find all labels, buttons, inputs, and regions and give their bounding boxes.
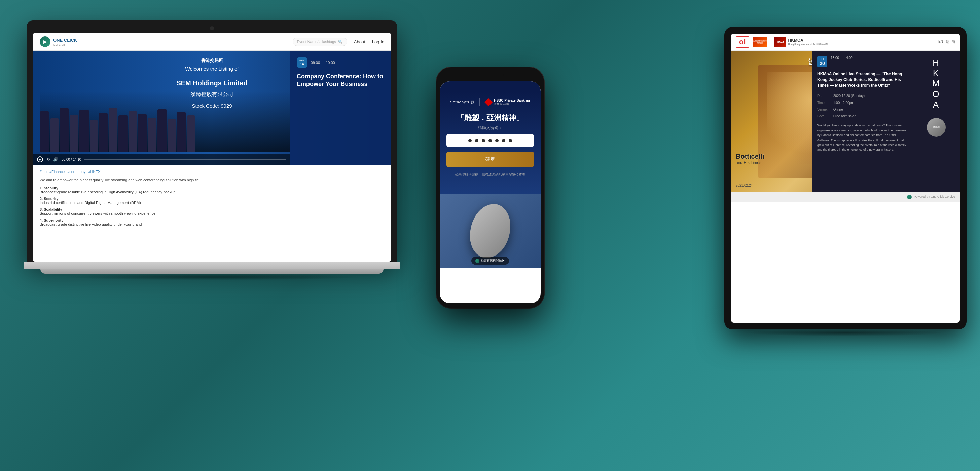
event-badge: FEB 14 09:00 — 10:00 — [297, 57, 384, 68]
lang-switcher: EN 繁 簡 — [938, 40, 955, 44]
search-icon: 🔍 — [338, 40, 343, 44]
artwork-en-text: Botticelli and His Times — [736, 153, 764, 165]
ccdc-logo: 文化及創意產業發展處 — [752, 37, 767, 47]
nav-right: Event Name/#Hashtags 🔍 About Log In — [293, 38, 384, 46]
phone: Sotheby's 蘇 HSBC Private Banking 匯豐 私人銀行… — [436, 67, 544, 308]
hkmoa-name: HKMOA — [788, 38, 828, 43]
phone-screen: Sotheby's 蘇 HSBC Private Banking 匯豐 私人銀行… — [440, 81, 541, 303]
tags: #ipo #Finance #ceremony #HKEX — [40, 170, 384, 174]
login-link[interactable]: Log In — [372, 39, 384, 44]
laptop-shadow — [60, 274, 363, 281]
phone-hero: Sotheby's 蘇 HSBC Private Banking 匯豐 私人銀行… — [440, 92, 541, 194]
tablet-sidebar: H K M O A 博物館 — [913, 51, 960, 192]
video-time: 00:00 / 14:10 — [62, 158, 81, 161]
rewind-icon[interactable]: ⟲ — [46, 157, 50, 162]
hero-company-en: SEM Holdings Limited — [176, 79, 247, 87]
livestream-button[interactable]: 拍賣直播已開始▶ — [471, 257, 509, 265]
about-link[interactable]: About — [354, 39, 365, 44]
tablet-logos: ol 文化及創意產業發展處 HKMoA HKMOA Hong Kong Muse… — [736, 36, 828, 48]
tag-ceremony[interactable]: #ceremony — [67, 170, 86, 174]
event-month: FEB — [299, 59, 305, 62]
feature-1: 1. Stability Broadcast-grade reliable li… — [40, 186, 384, 194]
laptop-base — [24, 262, 400, 269]
tag-ipo[interactable]: #ipo — [40, 170, 47, 174]
event-time: 09:00 — 10:00 — [311, 60, 335, 65]
tag-finance[interactable]: #Finance — [49, 170, 65, 174]
sculpture-shape — [470, 204, 511, 258]
phone-title: 「雕塑．亞洲精神」 — [446, 113, 534, 123]
date-badge: FEB 14 — [297, 57, 307, 68]
lang-en[interactable]: EN — [938, 40, 943, 44]
hero-stock-code: Stock Code: 9929 — [192, 103, 232, 109]
tablet-preview: Would you like to stay up to date with a… — [817, 123, 907, 152]
video-controls: ▶ ⟲ 🔊 00:00 / 14:10 — [33, 154, 290, 165]
laptop-navbar: ▶ ONE CLICK GO LIVE Event Name/#Hashtags… — [33, 33, 391, 51]
tablet-event-panel: DEC 20 13:00 — 14:00 HKMoA Online Live S… — [812, 51, 913, 192]
feature-3: 3. Scalability Support millions of concu… — [40, 208, 384, 216]
tablet-footer: Powered by One Click Go Live — [731, 192, 960, 202]
tablet-navbar: ol 文化及創意產業發展處 HKMoA HKMOA Hong Kong Muse… — [731, 33, 960, 51]
laptop-body: #ipo #Finance #ceremony #HKEX We aim to … — [33, 165, 391, 262]
play-button[interactable]: ▶ — [37, 156, 43, 162]
btn-play-icon — [476, 259, 479, 263]
phone-image: 拍賣直播已開始▶ — [440, 194, 541, 268]
hsbc-diamond-icon — [484, 98, 493, 106]
feature-4: 4. Superiority Broadcast-grade distincti… — [40, 218, 384, 226]
feature-2: 2. Security Industrial certifications an… — [40, 197, 384, 205]
artwork-date: 2021.02.24 — [736, 184, 752, 187]
tablet-shadow — [745, 330, 947, 336]
phone-footer: 拍賣直播已開始▶ — [440, 257, 541, 265]
hsbc-logo: HSBC Private Banking 匯豐 私人銀行 — [484, 98, 530, 106]
tablet: ol 文化及創意產業發展處 HKMoA HKMOA Hong Kong Muse… — [724, 27, 967, 336]
hkmoa-emblem: 博物館 — [927, 118, 946, 137]
sothebys-logo: Sotheby's 蘇 — [450, 100, 475, 105]
hero-exchange-cn: 香港交易所 — [201, 57, 223, 63]
tablet-event-header: DEC 20 13:00 — 14:00 — [817, 56, 907, 67]
phone-status-bar — [440, 81, 541, 92]
laptop-hero: 香港交易所 Welcomes the Listing of SEM Holdin… — [33, 51, 391, 165]
event-title: Company Conference: How to Empower Your … — [297, 73, 384, 89]
hero-company-cn: 漢鐸控股有限公司 — [191, 91, 234, 98]
tag-hkex[interactable]: #HKEX — [88, 170, 100, 174]
logo-icon: ▶ — [40, 36, 51, 47]
logo-subtext: GO LIVE — [53, 43, 77, 46]
progress-bar[interactable] — [84, 159, 286, 160]
tablet-screen: ol 文化及創意產業發展處 HKMoA HKMOA Hong Kong Muse… — [731, 33, 960, 323]
laptop: ▶ ONE CLICK GO LIVE Event Name/#Hashtags… — [27, 20, 397, 281]
hkmoa-logo-area: HKMoA HKMOA Hong Kong Museum of Art 香港藝術… — [774, 37, 828, 47]
password-input[interactable] — [446, 134, 534, 147]
powered-by: Powered by One Click Go Live — [907, 195, 955, 199]
tablet-event-details: Date: 2020.12.20 (Sunday) Time: 1:00 - 2… — [817, 93, 907, 120]
laptop-screen: ▶ ONE CLICK GO LIVE Event Name/#Hashtags… — [33, 33, 391, 262]
password-label: 請輸入密碼： — [446, 125, 534, 131]
event-day: 14 — [299, 62, 305, 66]
tablet-date-badge: DEC 20 — [817, 56, 827, 67]
logo-text: ONE CLICK — [53, 38, 77, 43]
intro-text: We aim to empower the highest quality li… — [40, 177, 384, 183]
phone-notch — [477, 72, 504, 79]
search-placeholder: Event Name/#Hashtags — [297, 40, 336, 44]
tablet-event-time: 13:00 — 14:00 — [830, 56, 853, 60]
lang-sc[interactable]: 簡 — [952, 40, 955, 44]
footer-btn-label: 拍賣直播已開始▶ — [481, 258, 505, 263]
laptop-webcam — [210, 26, 214, 30]
ol-logo: ol — [736, 36, 749, 48]
search-box[interactable]: Event Name/#Hashtags 🔍 — [293, 38, 347, 46]
tablet-content: 波提切利 Botticelli and His Times 2021.02.24… — [731, 51, 960, 192]
confirm-button[interactable]: 確定 — [446, 152, 534, 167]
phone-logos: Sotheby's 蘇 HSBC Private Banking 匯豐 私人銀行 — [446, 98, 534, 106]
hkmoa-letters: H K M O A — [932, 57, 941, 110]
help-text: 如未能取得密碼，請聯絡您的活動主辦單位查詢 — [446, 173, 534, 177]
hero-welcomes: Welcomes the Listing of — [185, 66, 239, 71]
laptop-foot — [40, 269, 383, 274]
lang-tc[interactable]: 繁 — [946, 40, 949, 44]
logo[interactable]: ▶ ONE CLICK GO LIVE — [40, 36, 77, 47]
event-side-panel: FEB 14 09:00 — 10:00 Company Conference:… — [290, 51, 391, 165]
tablet-event-title: HKMoA Online Live Streaming — "The Hong … — [817, 71, 907, 88]
hkmoa-sub: Hong Kong Museum of Art 香港藝術館 — [788, 43, 828, 46]
volume-icon[interactable]: 🔊 — [53, 157, 58, 162]
